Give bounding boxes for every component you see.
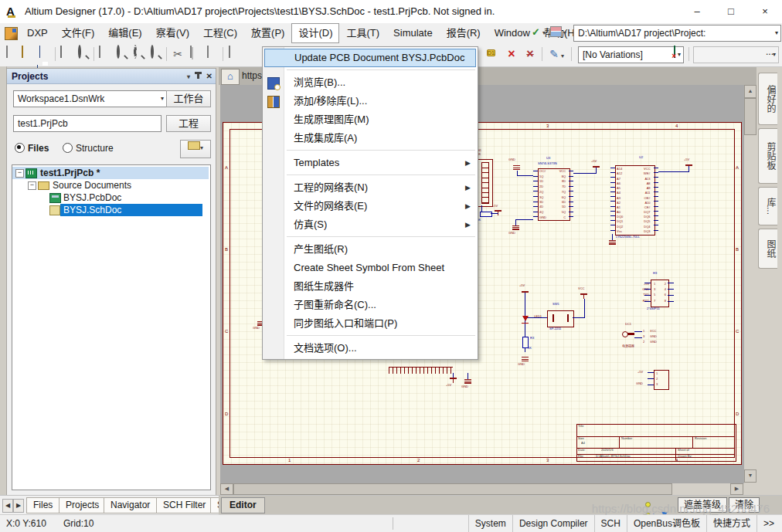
projects-panel-header[interactable]: Projects ✕	[7, 69, 216, 84]
collapse-icon[interactable]	[28, 181, 36, 190]
menu-item-create-sheet[interactable]: 产生图纸(R)	[263, 240, 478, 259]
menu-item-netlist-for-document[interactable]: 文件的网络表(E)	[263, 197, 478, 215]
layers-dropdown-icon[interactable]	[563, 26, 566, 40]
menu-item-create-sheet-symbol[interactable]: Create Sheet Symbol From Sheet	[263, 259, 478, 277]
status-more[interactable]: >>	[756, 515, 780, 532]
paste-icon[interactable]	[204, 46, 219, 62]
home-icon[interactable]	[221, 69, 240, 85]
zoom-area-icon[interactable]	[131, 46, 147, 62]
pin-icon[interactable]	[197, 72, 199, 79]
tab-editor[interactable]: Editor	[221, 497, 265, 513]
copy-icon[interactable]	[187, 46, 202, 62]
open-project-button[interactable]	[180, 140, 211, 158]
pencil-icon[interactable]: ✎	[546, 46, 562, 62]
validate-icon[interactable]: ✓	[532, 26, 540, 40]
zoom-document-icon[interactable]	[114, 46, 130, 62]
menu-tools[interactable]: 工具(T)	[339, 23, 386, 43]
print-preview-icon[interactable]	[76, 46, 91, 62]
menu-window[interactable]: Window	[488, 23, 537, 43]
status-shortcuts[interactable]: 快捷方式	[706, 515, 756, 532]
project-field[interactable]: test1.PrjPcb	[13, 115, 162, 132]
workbench-button[interactable]: 工作台	[166, 90, 211, 107]
menu-edit[interactable]: 编辑(E)	[101, 23, 148, 43]
menu-item-templates[interactable]: Templates	[263, 154, 478, 172]
panel-menu-icon[interactable]	[187, 72, 190, 80]
tab-sch-filter[interactable]: SCH Filter	[156, 497, 212, 513]
horizontal-scroll-thumb[interactable]	[233, 483, 672, 495]
structure-radio[interactable]: Structure	[63, 143, 114, 154]
tabs-scroll-left-icon[interactable]: ◀	[2, 499, 13, 513]
tree-row-schdoc[interactable]: BYSJ.SchDoc	[12, 204, 209, 216]
tab-projects[interactable]: Projects	[59, 497, 106, 513]
panel-tab-sheet[interactable]: 图纸	[758, 229, 777, 269]
tree-row-source-documents[interactable]: Source Documents	[12, 179, 209, 191]
horizontal-scrollbar[interactable]: ◀ ▶	[220, 483, 744, 495]
structure-radio-circle[interactable]	[63, 143, 73, 153]
menu-item-simulate[interactable]: 仿真(S)	[263, 215, 478, 234]
collapse-icon[interactable]	[15, 169, 24, 178]
vertical-scrollbar[interactable]: ▲ ▼	[744, 85, 756, 483]
menu-item-add-remove-library[interactable]: 添加/移除库(L)...	[263, 92, 478, 110]
panel-close-icon[interactable]: ✕	[206, 72, 212, 80]
menu-item-browse-library[interactable]: 浏览库(B)...	[263, 73, 478, 92]
tag-icon[interactable]: D1	[485, 46, 501, 62]
tool-icon[interactable]	[227, 46, 243, 62]
status-sch[interactable]: SCH	[594, 515, 627, 532]
maximize-button[interactable]: □	[714, 0, 748, 23]
menu-item-make-schematic-library[interactable]: 生成原理图库(M)	[263, 110, 478, 129]
menu-file[interactable]: 文件(F)	[55, 23, 102, 43]
vertical-scroll-thumb[interactable]	[744, 98, 756, 135]
variations-combo[interactable]: [No Variations]	[578, 46, 684, 63]
panel-tab-favorites[interactable]: 偏好的	[758, 73, 777, 125]
menu-view[interactable]: 察看(V)	[149, 23, 196, 43]
more-button[interactable]: ...	[766, 46, 780, 62]
panel-tab-libraries[interactable]: 库...	[758, 187, 777, 225]
menu-item-document-options[interactable]: 文档选项(O)...	[263, 339, 478, 357]
cut-icon[interactable]: ✂	[170, 46, 185, 62]
scroll-down-icon[interactable]: ▼	[744, 469, 756, 483]
minimize-button[interactable]: –	[680, 0, 714, 23]
scroll-up-icon[interactable]: ▲	[744, 85, 756, 98]
close-button[interactable]: ×	[748, 0, 782, 23]
menu-item-sync-sheet-entries[interactable]: 同步图纸入口和端口(P)	[263, 314, 478, 333]
tab-files[interactable]: Files	[26, 497, 60, 513]
zoom-point-icon[interactable]	[148, 46, 164, 62]
files-radio[interactable]: Files	[15, 143, 49, 154]
project-path-combo[interactable]: D:\Altium\AD17 project\Project:	[573, 25, 781, 42]
pencil-dropdown-icon[interactable]	[561, 49, 576, 65]
save-icon[interactable]	[37, 46, 53, 62]
variant-board-icon[interactable]	[672, 46, 688, 62]
status-system[interactable]: System	[468, 515, 512, 532]
workspace-combo[interactable]: Workspace1.DsnWrk	[13, 90, 167, 107]
scroll-right-icon[interactable]: ▶	[730, 483, 743, 495]
print-icon[interactable]	[59, 46, 74, 62]
panels-icon[interactable]	[97, 46, 113, 62]
status-openbus-palette[interactable]: OpenBus调色板	[627, 515, 706, 532]
tree-row-pcbdoc[interactable]: BYSJ.PcbDoc	[12, 191, 209, 204]
open-icon[interactable]	[20, 46, 36, 62]
validate-dropdown-icon[interactable]	[542, 26, 546, 40]
files-radio-circle[interactable]	[15, 143, 25, 153]
delete-icon[interactable]: ×	[504, 46, 519, 62]
dxp-icon[interactable]	[5, 27, 18, 40]
document-tab-https[interactable]: https	[242, 70, 262, 81]
status-design-compiler[interactable]: Design Compiler	[512, 515, 594, 532]
panel-tab-clipboard[interactable]: 剪贴板	[758, 128, 777, 184]
menu-project[interactable]: 工程(C)	[196, 23, 244, 43]
scroll-left-icon[interactable]: ◀	[220, 483, 233, 495]
menu-item-make-integrated-library[interactable]: 生成集成库(A)	[263, 129, 478, 147]
tree-row-project[interactable]: test1.PrjPcb *	[12, 167, 209, 179]
menu-place[interactable]: 放置(P)	[244, 23, 291, 43]
menu-item-create-parts-from-sheet[interactable]: 图纸生成器件	[263, 277, 478, 296]
menu-design[interactable]: 设计(D)	[291, 23, 339, 43]
menu-simulate[interactable]: Simulate	[386, 23, 440, 43]
menu-item-rename-child-sheet[interactable]: 子图重新命名(C)...	[263, 296, 478, 314]
delete-all-icon[interactable]: ×	[522, 46, 538, 62]
menu-dxp[interactable]: DXP	[20, 23, 55, 43]
tabs-scroll-right-icon[interactable]: ▶	[13, 499, 24, 513]
tab-sch-inspector[interactable]: SCH	[210, 497, 219, 513]
layers-icon[interactable]	[550, 26, 562, 37]
tab-navigator[interactable]: Navigator	[104, 497, 157, 513]
menu-reports[interactable]: 报告(R)	[440, 23, 488, 43]
menu-item-netlist-for-project[interactable]: 工程的网络表(N)	[263, 178, 478, 197]
